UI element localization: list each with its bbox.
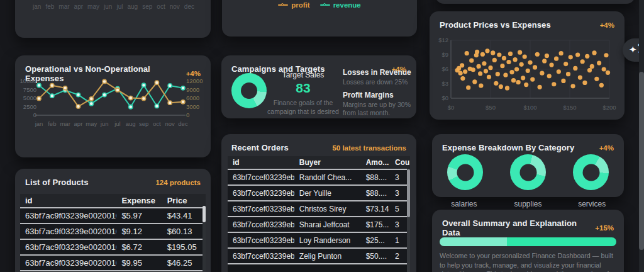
summary-paragraph: Welcome to your personalized Finance Das… bbox=[440, 251, 615, 272]
svg-text:$150: $150 bbox=[563, 104, 576, 111]
table-row[interactable]: 63bf7ac9f03239e002001602$6.72$195.05 bbox=[20, 240, 206, 256]
chart-legend: profitrevenue bbox=[222, 1, 417, 9]
trend-badge: +4% bbox=[600, 21, 614, 29]
table-cell: $88.... bbox=[361, 170, 390, 184]
table-cell: $46.25 bbox=[162, 256, 206, 270]
orders-table: idBuyerAmo...Cou...63bf7ccef03239eb9d0..… bbox=[228, 156, 410, 272]
table-cell: 63bf7ccef03239eb9d0... bbox=[228, 170, 294, 184]
svg-text:10000: 10000 bbox=[20, 78, 36, 84]
transactions-count-badge: 50 latest transactions bbox=[332, 144, 406, 152]
svg-text:aug: aug bbox=[126, 120, 136, 127]
svg-text:dec: dec bbox=[178, 120, 188, 127]
legend-item-profit[interactable]: profit bbox=[278, 1, 309, 9]
month-label: feb bbox=[45, 3, 54, 10]
stat-desc-margins: Margins are up by 30% from last month. bbox=[343, 101, 411, 118]
column-header: Cou... bbox=[390, 156, 410, 169]
stat-desc-losses: Losses are down 25% bbox=[343, 78, 411, 87]
column-header: Amo... bbox=[361, 156, 390, 169]
svg-text:mar: mar bbox=[60, 120, 70, 127]
table-cell: $6.72 bbox=[116, 240, 162, 254]
month-label: oct bbox=[157, 3, 165, 10]
donut-label-supplies: supplies bbox=[496, 200, 560, 208]
month-label: dec bbox=[184, 3, 194, 10]
table-row[interactable]: 63bf7ccef03239eb9d0...Christos Sirey$73.… bbox=[228, 201, 410, 217]
table-cell: $9.12 bbox=[116, 224, 162, 239]
card-expense-breakdown: Expense Breakdown By Category +4% bbox=[432, 134, 624, 197]
months-axis-row: janfebmaraprmayjunjulaugsepoctnovdec bbox=[15, 3, 211, 10]
card-product-prices: Product Prices vs Expenses +4% $0$3$6$9$… bbox=[430, 11, 625, 120]
table-cell: Zelig Punton bbox=[294, 249, 361, 263]
table-cell: 63bf7ccef03239eb9d0... bbox=[228, 249, 294, 263]
card-product-list: List of Products 124 products idExpenseP… bbox=[15, 169, 211, 272]
table-cell: $60.13 bbox=[162, 224, 206, 239]
month-label: jun bbox=[104, 3, 112, 10]
table-cell: 63bf7ac9f03239e002001601 bbox=[20, 224, 116, 239]
table-cell: $88.... bbox=[361, 186, 390, 200]
table-cell: Loy Randerson bbox=[294, 233, 361, 247]
svg-text:$100: $100 bbox=[523, 104, 536, 111]
column-header: id bbox=[20, 194, 116, 207]
table-row[interactable]: 63bf7ccef03239eb9d0...Randolf Chea...$88… bbox=[228, 170, 410, 186]
trend-badge: +4% bbox=[599, 144, 614, 152]
card-recent-orders: Recent Orders 50 latest transactions idB… bbox=[221, 134, 416, 272]
svg-text:may: may bbox=[86, 120, 97, 127]
finance-dashboard: janfebmaraprmayjunjulaugsepoctnovdec pro… bbox=[0, 0, 644, 272]
cutoff-chart-card-legend: profitrevenue bbox=[222, 0, 417, 37]
table-cell: 63bf7ccef03239eb9d0... bbox=[228, 186, 294, 200]
svg-text:$0: $0 bbox=[448, 104, 455, 111]
table-header: idBuyerAmo...Cou... bbox=[228, 156, 410, 170]
table-cell: 63bf7ac9f03239e002001603 bbox=[20, 256, 116, 270]
table-cell: Christos Sirey bbox=[294, 201, 361, 216]
svg-text:0: 0 bbox=[33, 111, 36, 118]
table-row[interactable]: 63bf7ccef03239eb9d0...Zelig Punton$50...… bbox=[228, 249, 410, 264]
table-row[interactable]: 63bf7ccef03239eb9d0...Sharai Jeffcoat$17… bbox=[228, 217, 410, 233]
svg-text:7500: 7500 bbox=[23, 86, 36, 93]
table-cell: $50.... bbox=[361, 249, 390, 263]
table-row[interactable]: 63bf7ac9f03239e002001601$9.12$60.13 bbox=[20, 224, 206, 240]
card-title: Product Prices vs Expenses bbox=[440, 20, 551, 30]
donut-label-salaries: salaries bbox=[432, 200, 496, 208]
month-label: sep bbox=[142, 3, 152, 10]
table-cell: Randolf Chea... bbox=[294, 170, 361, 184]
svg-text:jan: jan bbox=[35, 120, 43, 127]
table-cell: $9.95 bbox=[116, 256, 162, 270]
scatter-chart: $0$3$6$9$12$0$50$100$150$200 bbox=[435, 35, 619, 118]
svg-text:jun: jun bbox=[100, 120, 109, 127]
stat-title-losses: Losses in Revenue bbox=[343, 68, 411, 77]
products-table-scrollbar-thumb[interactable] bbox=[203, 206, 206, 222]
month-label: jan bbox=[33, 3, 41, 10]
month-label: aug bbox=[127, 3, 138, 10]
legend-item-revenue[interactable]: revenue bbox=[320, 1, 361, 9]
donut-category-labels: salariessuppliesservices bbox=[432, 200, 624, 208]
donut-label-services: services bbox=[560, 200, 624, 208]
table-row[interactable]: 63bf7ac9f03239e002001600$5.97$43.41 bbox=[20, 208, 206, 224]
table-row[interactable]: 63bf7ac9f03239e002001603$9.95$46.25 bbox=[20, 256, 206, 271]
table-cell: Der Yuille bbox=[294, 186, 361, 200]
donut-chart-services bbox=[573, 154, 609, 190]
table-header: idExpensePrice bbox=[20, 194, 206, 208]
legend-marker-icon bbox=[320, 3, 330, 8]
trend-badge: +4% bbox=[186, 70, 201, 77]
card-title: Recent Orders bbox=[231, 143, 289, 152]
month-label: mar bbox=[58, 3, 69, 10]
column-header: id bbox=[228, 156, 294, 169]
donut-chart-supplies bbox=[510, 154, 546, 190]
table-cell: Sharai Jeffcoat bbox=[294, 217, 361, 232]
orders-table-scrollbar-thumb[interactable] bbox=[407, 169, 410, 217]
svg-text:$0: $0 bbox=[441, 94, 448, 101]
table-row[interactable]: 63bf7ccef03239eb9d0...Loy Randerson$25..… bbox=[228, 233, 410, 249]
svg-text:$9: $9 bbox=[441, 51, 448, 58]
line-chart: 100007500500025000120009000600030000janf… bbox=[18, 78, 208, 141]
table-cell: 63bf7ccef03239eb9d0... bbox=[228, 233, 294, 247]
month-label: jul bbox=[116, 3, 123, 10]
svg-text:5000: 5000 bbox=[23, 94, 36, 101]
table-cell: $175... bbox=[361, 217, 390, 232]
card-title: Expense Breakdown By Category bbox=[442, 143, 574, 152]
svg-text:oct: oct bbox=[153, 120, 161, 127]
svg-text:9000: 9000 bbox=[186, 86, 199, 93]
svg-text:$3: $3 bbox=[441, 80, 448, 87]
svg-text:2500: 2500 bbox=[23, 103, 36, 110]
table-row[interactable]: 63bf7ccef03239eb9d0...Der Yuille$88....3 bbox=[228, 186, 410, 201]
table-cell: 63bf7ac9f03239e002001602 bbox=[20, 240, 116, 254]
page-scrollbar-thumb[interactable] bbox=[639, 72, 644, 250]
